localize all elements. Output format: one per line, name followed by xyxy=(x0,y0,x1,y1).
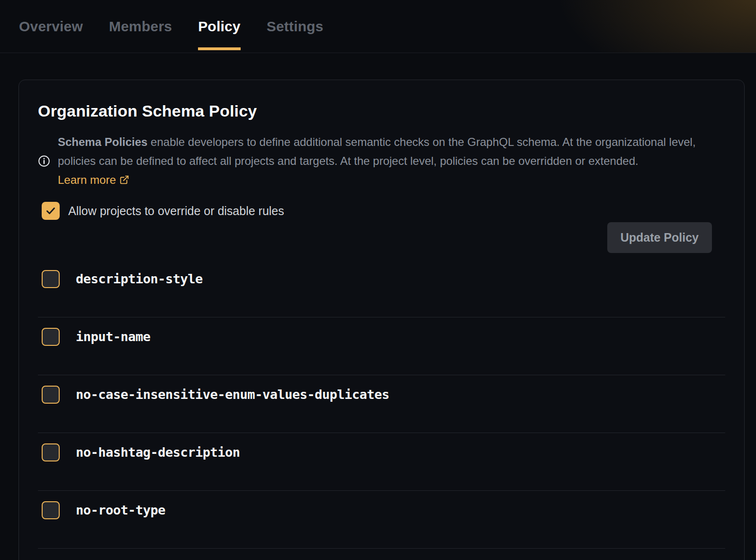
rule-name: input-name xyxy=(76,328,151,346)
rule-checkbox[interactable] xyxy=(42,501,60,519)
tab-label: Overview xyxy=(19,18,83,35)
rules-list: description-style input-name no-case-ins… xyxy=(38,260,725,549)
rule-row: no-case-insensitive-enum-values-duplicat… xyxy=(38,375,725,433)
tab-settings[interactable]: Settings xyxy=(267,0,324,53)
external-link-icon xyxy=(119,175,129,185)
policy-card: Organization Schema Policy Schema Polici… xyxy=(18,80,745,560)
rule-checkbox[interactable] xyxy=(42,328,60,346)
rule-checkbox[interactable] xyxy=(42,443,60,461)
rule-row: description-style xyxy=(38,260,725,317)
update-policy-button[interactable]: Update Policy xyxy=(607,222,712,253)
rule-name: no-case-insensitive-enum-values-duplicat… xyxy=(76,386,389,404)
rule-checkbox[interactable] xyxy=(42,386,60,404)
learn-more-link[interactable]: Learn more xyxy=(58,173,129,186)
allow-override-row: Allow projects to override or disable ru… xyxy=(38,202,725,220)
info-icon xyxy=(38,155,50,167)
tab-label: Policy xyxy=(198,18,241,35)
info-text: Schema Policies enable developers to def… xyxy=(58,133,712,190)
info-callout: Schema Policies enable developers to def… xyxy=(38,133,725,190)
tab-policy[interactable]: Policy xyxy=(198,0,241,53)
tab-label: Members xyxy=(109,18,172,35)
rule-name: description-style xyxy=(76,270,203,288)
info-body: enable developers to define additional s… xyxy=(58,135,696,167)
rule-row: no-hashtag-description xyxy=(38,433,725,491)
tab-members[interactable]: Members xyxy=(109,0,172,53)
rule-row: input-name xyxy=(38,317,725,375)
info-lead: Schema Policies xyxy=(58,135,147,148)
rule-row: no-root-type xyxy=(38,491,725,549)
rule-name: no-hashtag-description xyxy=(76,443,240,461)
tab-bar: Overview Members Policy Settings xyxy=(0,0,756,53)
rule-name: no-root-type xyxy=(76,501,165,519)
rule-checkbox[interactable] xyxy=(42,270,60,288)
allow-override-label: Allow projects to override or disable ru… xyxy=(68,204,284,218)
checkmark-icon xyxy=(45,205,56,217)
button-row: Update Policy xyxy=(38,222,725,253)
page-title: Organization Schema Policy xyxy=(38,102,725,120)
tab-overview[interactable]: Overview xyxy=(19,0,83,53)
allow-override-checkbox[interactable] xyxy=(42,202,60,220)
tab-label: Settings xyxy=(267,18,324,35)
